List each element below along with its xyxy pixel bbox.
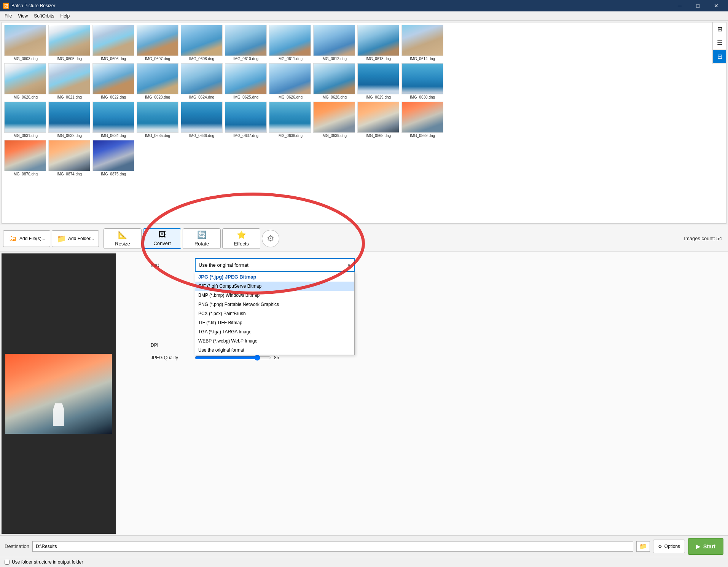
- image-filename: IMG_0635.dng: [145, 134, 170, 138]
- gallery-item[interactable]: IMG_0874.dng: [48, 139, 91, 177]
- dropdown-option-original[interactable]: Use the original format: [195, 346, 354, 355]
- gallery-item[interactable]: IMG_0607.dng: [136, 24, 179, 62]
- tab-rotate[interactable]: 🔄 Rotate: [183, 228, 221, 249]
- image-filename: IMG_0608.dng: [189, 57, 214, 61]
- settings-panel: mat Use the original format ∨ JPG (*.jpg…: [116, 252, 728, 535]
- image-filename: IMG_0629.dng: [366, 95, 391, 99]
- gallery-item[interactable]: IMG_0611.dng: [268, 24, 312, 62]
- format-dropdown-button[interactable]: Use the original format ∨: [195, 258, 355, 272]
- thumbnail: [137, 63, 178, 94]
- gallery-item[interactable]: IMG_0606.dng: [92, 24, 135, 62]
- gallery-item[interactable]: IMG_0605.dng: [48, 24, 91, 62]
- restore-button[interactable]: □: [689, 0, 707, 11]
- jpeg-quality-label: JPEG Quality: [151, 355, 189, 360]
- format-dropdown-list[interactable]: JPG (*.jpg) JPEG Bitmap GIF (*.gif) Comp…: [195, 272, 355, 355]
- dropdown-option-bmp[interactable]: BMP (*.bmp) Windows Bitmap: [195, 291, 354, 300]
- jpeg-quality-container: 85: [195, 355, 279, 361]
- options-button[interactable]: ⚙ Options: [653, 540, 685, 553]
- gallery-item[interactable]: IMG_0628.dng: [312, 62, 356, 100]
- image-filename: IMG_0870.dng: [13, 172, 38, 176]
- gallery-item[interactable]: IMG_0630.dng: [401, 62, 444, 100]
- menu-help[interactable]: Help: [57, 12, 73, 20]
- image-filename: IMG_0611.dng: [277, 57, 303, 61]
- menu-view[interactable]: View: [15, 12, 31, 20]
- menu-softorbits[interactable]: SoftOrbits: [31, 12, 57, 20]
- gallery-item[interactable]: IMG_0631.dng: [3, 101, 47, 139]
- tab-convert[interactable]: 🖼 Convert: [143, 228, 181, 249]
- format-selected-value: Use the original format: [199, 262, 249, 268]
- toolbar: 🗂 Add File(s)... 📁 Add Folder... 📐 Resiz…: [0, 225, 728, 252]
- view-list-button[interactable]: ☰: [713, 36, 726, 50]
- minimize-button[interactable]: ─: [671, 0, 688, 11]
- gallery-item[interactable]: IMG_0623.dng: [136, 62, 179, 100]
- add-files-button[interactable]: 🗂 Add File(s)...: [3, 230, 50, 247]
- gallery-item[interactable]: IMG_0622.dng: [92, 62, 135, 100]
- folder-structure-checkbox-label[interactable]: Use folder structure in output folder: [5, 559, 723, 565]
- tab-effects[interactable]: ⭐ Effects: [222, 228, 260, 249]
- close-button[interactable]: ✕: [707, 0, 725, 11]
- dropdown-option-webp[interactable]: WEBP (*.webp) WebP Image: [195, 336, 354, 346]
- menu-file[interactable]: File: [2, 12, 15, 20]
- jpeg-quality-slider[interactable]: [195, 355, 271, 361]
- dropdown-option-tif[interactable]: TIF (*.tif) TIFF Bitmap: [195, 318, 354, 327]
- dropdown-option-jpg[interactable]: JPG (*.jpg) JPEG Bitmap: [195, 272, 354, 282]
- folder-structure-label: Use folder structure in output folder: [12, 559, 83, 565]
- gallery-item[interactable]: IMG_0638.dng: [268, 101, 312, 139]
- dropdown-option-gif[interactable]: GIF (*.gif) CompuServe Bitmap: [195, 282, 354, 291]
- gallery-item[interactable]: IMG_0635.dng: [136, 101, 179, 139]
- thumbnail: [92, 102, 134, 133]
- thumbnail: [313, 25, 355, 56]
- add-folder-button[interactable]: 📁 Add Folder...: [52, 230, 99, 247]
- settings-button[interactable]: ⚙: [262, 230, 279, 247]
- gallery-item[interactable]: IMG_0610.dng: [224, 24, 268, 62]
- convert-icon: 🖼: [158, 230, 166, 239]
- thumbnail: [269, 25, 311, 56]
- gallery-item[interactable]: IMG_0613.dng: [357, 24, 400, 62]
- gallery-item[interactable]: IMG_0624.dng: [180, 62, 223, 100]
- format-label: mat: [151, 262, 189, 268]
- gallery-item[interactable]: IMG_0614.dng: [401, 24, 444, 62]
- gallery-item[interactable]: IMG_0639.dng: [312, 101, 356, 139]
- gallery-item[interactable]: IMG_0608.dng: [180, 24, 223, 62]
- gallery-grid: IMG_0603.dng IMG_0605.dng IMG_0606.dng I…: [2, 22, 446, 178]
- add-folder-label: Add Folder...: [68, 236, 94, 241]
- folder-structure-checkbox[interactable]: [5, 560, 10, 565]
- gallery-area[interactable]: IMG_0603.dng IMG_0605.dng IMG_0606.dng I…: [2, 22, 726, 224]
- preview-panel: [2, 253, 116, 534]
- thumbnail: [92, 140, 134, 171]
- gallery-item[interactable]: IMG_0875.dng: [92, 139, 135, 177]
- gallery-item[interactable]: IMG_0612.dng: [312, 24, 356, 62]
- image-filename: IMG_0875.dng: [101, 172, 126, 176]
- gallery-item[interactable]: IMG_0634.dng: [92, 101, 135, 139]
- gallery-item[interactable]: IMG_0636.dng: [180, 101, 223, 139]
- gallery-item[interactable]: IMG_0629.dng: [357, 62, 400, 100]
- tab-resize[interactable]: 📐 Resize: [104, 228, 142, 249]
- gallery-item[interactable]: IMG_0870.dng: [3, 139, 47, 177]
- gallery-item[interactable]: IMG_0637.dng: [224, 101, 268, 139]
- rotate-icon: 🔄: [197, 230, 207, 239]
- gallery-item[interactable]: IMG_0625.dng: [224, 62, 268, 100]
- image-filename: IMG_0622.dng: [101, 95, 126, 99]
- thumbnail: [181, 63, 223, 94]
- gallery-item[interactable]: IMG_0626.dng: [268, 62, 312, 100]
- destination-browse-button[interactable]: 📁: [636, 541, 650, 552]
- dropdown-option-tga[interactable]: TGA (*.tga) TARGA Image: [195, 327, 354, 336]
- image-filename: IMG_0605.dng: [57, 57, 82, 61]
- gallery-item[interactable]: IMG_0869.dng: [401, 101, 444, 139]
- dropdown-option-pcx[interactable]: PCX (*.pcx) PaintBrush: [195, 309, 354, 318]
- gallery-item[interactable]: IMG_0620.dng: [3, 62, 47, 100]
- image-filename: IMG_0628.dng: [322, 95, 347, 99]
- gallery-item[interactable]: IMG_0632.dng: [48, 101, 91, 139]
- destination-input[interactable]: [32, 541, 633, 552]
- image-filename: IMG_0614.dng: [410, 57, 435, 61]
- destination-bar: Destination 📁 ⚙ Options ▶ Start: [0, 535, 728, 557]
- dropdown-option-png[interactable]: PNG (*.png) Portable Network Graphics: [195, 300, 354, 309]
- gallery-item[interactable]: IMG_0603.dng: [3, 24, 47, 62]
- gallery-item[interactable]: IMG_0621.dng: [48, 62, 91, 100]
- gallery-item[interactable]: IMG_0868.dng: [357, 101, 400, 139]
- view-large-icon-button[interactable]: ⊞: [713, 22, 726, 36]
- start-button[interactable]: ▶ Start: [688, 538, 723, 555]
- jpeg-quality-value: 85: [274, 355, 279, 360]
- title-bar: 🖼 Batch Picture Resizer ─ □ ✕: [0, 0, 728, 11]
- view-grid-button[interactable]: ⊟: [713, 50, 726, 64]
